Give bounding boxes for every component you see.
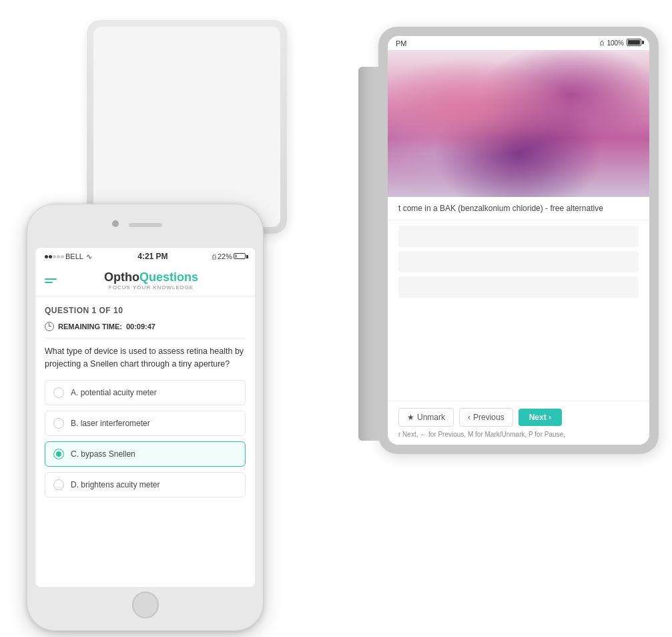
tablet-hint-text: r Next, ← for Previous, M for Mark/Unmar… bbox=[398, 431, 639, 438]
tablet-inner: PM ⎙ 100% t come in a BAK (benzalkonium … bbox=[388, 36, 649, 445]
phone-nav-bar: OpthoQuestions FOCUS YOUR KNOWLEDGE bbox=[35, 265, 255, 296]
answer-option-a[interactable]: A. potential acuity meter bbox=[45, 380, 246, 405]
tablet-battery-label: 100% bbox=[607, 39, 624, 47]
background-tablet bbox=[87, 20, 287, 234]
tablet-answer-rows bbox=[388, 220, 649, 307]
phone-screen: BELL ∿ 4:21 PM ⎙ 22% bbox=[35, 248, 255, 587]
tablet-previous-button[interactable]: ‹ Previous bbox=[459, 408, 513, 427]
timer-row: REMAINING TIME: 00:09:47 bbox=[45, 322, 246, 339]
answer-label-d: D. brightens acuity meter bbox=[71, 480, 159, 489]
answer-option-d[interactable]: D. brightens acuity meter bbox=[45, 472, 246, 497]
logo-questions: Questions bbox=[139, 270, 198, 284]
answer-label-a: A. potential acuity meter bbox=[71, 388, 157, 397]
phone-status-bar: BELL ∿ 4:21 PM ⎙ 22% bbox=[35, 248, 255, 265]
radio-button-c bbox=[53, 449, 64, 459]
hamburger-menu-button[interactable] bbox=[45, 278, 57, 283]
phone-battery-icon bbox=[234, 252, 246, 260]
phone-home-button[interactable] bbox=[132, 592, 159, 618]
tablet-unmark-button[interactable]: ★ Unmark bbox=[398, 408, 454, 427]
tablet-device: PM ⎙ 100% t come in a BAK (benzalkonium … bbox=[358, 27, 672, 481]
logo-optho: Optho bbox=[104, 270, 139, 284]
radio-dot-c bbox=[56, 451, 61, 457]
timer-value: 00:09:47 bbox=[126, 323, 155, 331]
tablet-answer-row-2 bbox=[398, 251, 639, 272]
phone-wifi-icon: ∿ bbox=[86, 252, 92, 261]
tablet-battery-icon bbox=[627, 39, 641, 47]
tablet-next-button[interactable]: Next › bbox=[519, 409, 562, 426]
tablet-bottom-bar: ★ Unmark ‹ Previous Next › bbox=[388, 401, 649, 445]
tissue-detail bbox=[388, 50, 649, 197]
answer-option-c[interactable]: C. bypass Snellen bbox=[45, 441, 246, 467]
phone-carrier-signal bbox=[45, 255, 64, 258]
hamburger-line-2 bbox=[45, 282, 53, 283]
phone-carrier-name: BELL bbox=[65, 252, 83, 260]
radio-button-a bbox=[53, 387, 64, 398]
phone-battery-percent: 22% bbox=[218, 252, 232, 260]
answer-label-c: C. bypass Snellen bbox=[71, 449, 135, 459]
star-icon: ★ bbox=[407, 413, 414, 422]
app-logo: OpthoQuestions FOCUS YOUR KNOWLEDGE bbox=[57, 270, 246, 290]
app-logo-text: OpthoQuestions bbox=[57, 270, 246, 284]
question-text: What type of device is used to assess re… bbox=[45, 345, 246, 371]
tablet-histology-image bbox=[388, 50, 649, 197]
tablet-action-row: ★ Unmark ‹ Previous Next › bbox=[398, 408, 639, 427]
question-header: QUESTION 1 OF 10 bbox=[45, 306, 246, 315]
radio-button-d bbox=[53, 479, 64, 490]
phone-time: 4:21 PM bbox=[93, 252, 212, 261]
tablet-bluetooth-icon: ⎙ bbox=[600, 39, 604, 47]
phone-main-content: QUESTION 1 OF 10 REMAINING TIME: 00:09:4… bbox=[35, 296, 255, 582]
tablet-answer-description: t come in a BAK (benzalkonium chloride) … bbox=[388, 197, 649, 220]
tablet-outer: PM ⎙ 100% t come in a BAK (benzalkonium … bbox=[378, 27, 659, 454]
phone-outer-casing: BELL ∿ 4:21 PM ⎙ 22% bbox=[27, 204, 264, 631]
hamburger-line-1 bbox=[45, 278, 57, 280]
tablet-spine bbox=[358, 67, 380, 441]
app-logo-subtitle: FOCUS YOUR KNOWLEDGE bbox=[57, 284, 246, 290]
background-tablet-screen bbox=[93, 27, 280, 227]
tablet-screen: PM ⎙ 100% t come in a BAK (benzalkonium … bbox=[388, 36, 649, 445]
timer-label: REMAINING TIME: bbox=[58, 323, 122, 331]
main-scene: PM ⎙ 100% t come in a BAK (benzalkonium … bbox=[0, 0, 672, 637]
clock-icon bbox=[45, 322, 54, 331]
answer-label-b: B. laser interferometer bbox=[71, 419, 150, 428]
tablet-status-bar: PM ⎙ 100% bbox=[388, 36, 649, 50]
phone-bluetooth-icon: ⎙ bbox=[212, 253, 216, 260]
tablet-time: PM bbox=[396, 39, 407, 47]
radio-button-b bbox=[53, 418, 64, 429]
clock-hand-horizontal bbox=[49, 326, 51, 327]
phone-speaker bbox=[129, 223, 162, 227]
phone-camera bbox=[112, 220, 119, 227]
tablet-answer-row-1 bbox=[398, 226, 639, 247]
tablet-answer-row-3 bbox=[398, 276, 639, 298]
answer-option-b[interactable]: B. laser interferometer bbox=[45, 411, 246, 436]
chevron-right-icon: › bbox=[549, 413, 551, 422]
phone-device: BELL ∿ 4:21 PM ⎙ 22% bbox=[27, 204, 264, 631]
chevron-left-icon: ‹ bbox=[468, 413, 470, 422]
